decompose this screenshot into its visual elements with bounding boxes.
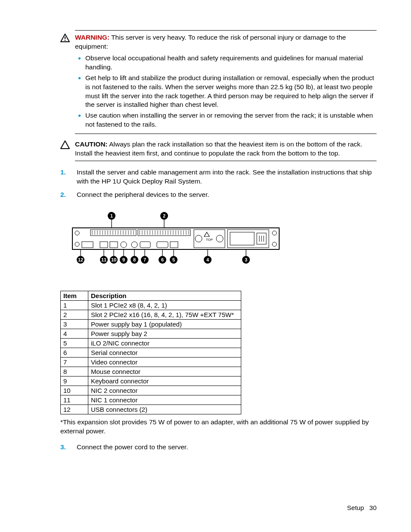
svg-text:3: 3 (245, 257, 247, 262)
caution-callout: CAUTION: Always plan the rack installati… (60, 140, 377, 161)
warning-intro: This server is very heavy. To reduce the… (75, 34, 346, 50)
page-footer: Setup 30 (347, 504, 377, 511)
warning-icon (60, 33, 75, 42)
steps-list: 1. Install the server and cable manageme… (60, 168, 377, 199)
table-header-row: Item Description (61, 291, 241, 300)
svg-text:9: 9 (122, 257, 125, 262)
diagram-callout-bottom: 3 (242, 249, 250, 264)
cell-desc: iLO 2/NIC connector (88, 338, 241, 348)
step-number: 1. (60, 168, 77, 186)
caution-text: Always plan the rack installation so tha… (75, 140, 362, 157)
cell-desc: NIC 2 connector (88, 386, 241, 395)
table-row: 4Power supply bay 2 (61, 329, 241, 338)
step-2: 2. Connect the peripheral devices to the… (60, 190, 377, 199)
cell-item: 1 (61, 300, 88, 310)
cell-desc: Video connector (88, 357, 241, 367)
svg-text:TOP: TOP (206, 238, 213, 242)
step-text: Install the server and cable management … (77, 168, 377, 186)
diagram-callout-top: 2 (160, 212, 168, 228)
svg-text:4: 4 (206, 257, 209, 262)
warning-bullet: Use caution when installing the server i… (85, 111, 377, 129)
table-row: 1Slot 1 PCIe2 x8 (8, 4, 2, 1) (61, 300, 241, 310)
server-rear-diagram: 1 2 (68, 212, 377, 268)
th-item: Item (61, 291, 88, 300)
svg-text:5: 5 (172, 257, 175, 262)
warning-list: Observe local occupational health and sa… (85, 54, 377, 129)
table-row: 2Slot 2 PCIe2 x16 (16, 8, 4, 2, 1), 75W … (61, 310, 241, 319)
cell-desc: Keyboard connector (88, 376, 241, 386)
cell-item: 12 (61, 404, 88, 414)
cell-item: 10 (61, 386, 88, 395)
cell-desc: Mouse connector (88, 367, 241, 376)
caution-body: CAUTION: Always plan the rack installati… (75, 140, 377, 158)
table-row: 12USB connectors (2) (61, 404, 241, 414)
svg-text:12: 12 (78, 257, 83, 262)
diagram-callout-top: 1 (108, 212, 115, 228)
page: WARNING: This server is very heavy. To r… (0, 0, 411, 532)
svg-text:6: 6 (161, 257, 164, 262)
step-3: 3. Connect the power cord to the server. (60, 443, 377, 452)
warning-bullet: Get help to lift and stabilize the produ… (85, 74, 377, 110)
diagram-callout-bottom: 10 (110, 249, 118, 264)
cell-desc: Slot 1 PCIe2 x8 (8, 4, 2, 1) (88, 300, 241, 310)
diagram-callout-bottom: 12 (77, 249, 84, 264)
cell-item: 11 (61, 395, 88, 404)
footer-section: Setup (347, 504, 364, 511)
diagram-callout-bottom: 7 (141, 249, 149, 264)
cell-desc: NIC 1 connector (88, 395, 241, 404)
diagram-callout-bottom: 8 (131, 249, 138, 264)
step-number: 2. (60, 190, 77, 199)
warning-callout: WARNING: This server is very heavy. To r… (60, 30, 377, 134)
rule (75, 161, 377, 161)
cell-item: 8 (61, 367, 88, 376)
table-row: 8Mouse connector (61, 367, 241, 376)
svg-text:1: 1 (110, 213, 113, 218)
svg-point-1 (65, 40, 65, 41)
caution-label: CAUTION: (75, 140, 108, 148)
cell-item: 2 (61, 310, 88, 319)
diagram-callout-bottom: 6 (159, 249, 166, 264)
diagram-callout-bottom: 9 (120, 249, 128, 264)
cell-item: 5 (61, 338, 88, 348)
cell-item: 9 (61, 376, 88, 386)
warning-label: WARNING: (75, 34, 109, 41)
table-row: 3Power supply bay 1 (populated) (61, 319, 241, 329)
warning-body: WARNING: This server is very heavy. To r… (75, 33, 377, 131)
cell-desc: Serial connector (88, 348, 241, 357)
table-row: 5iLO 2/NIC connector (61, 338, 241, 348)
step-number: 3. (60, 443, 77, 452)
table-row: 9Keyboard connector (61, 376, 241, 386)
table-body: 1Slot 1 PCIe2 x8 (8, 4, 2, 1) 2Slot 2 PC… (61, 300, 241, 414)
cell-item: 7 (61, 357, 88, 367)
svg-text:11: 11 (101, 257, 106, 262)
rule (75, 134, 377, 134)
cell-desc: USB connectors (2) (88, 404, 241, 414)
svg-text:8: 8 (133, 257, 136, 262)
warning-bullet: Observe local occupational health and sa… (85, 54, 377, 72)
footer-page: 30 (369, 504, 377, 511)
cell-desc: Slot 2 PCIe2 x16 (16, 8, 4, 2, 1), 75W +… (88, 310, 241, 319)
footnote: *This expansion slot provides 75 W of po… (60, 418, 377, 436)
step-text: Connect the peripheral devices to the se… (77, 190, 377, 199)
svg-text:2: 2 (163, 213, 165, 218)
cell-item: 6 (61, 348, 88, 357)
cell-desc: Power supply bay 2 (88, 329, 241, 338)
cell-item: 3 (61, 319, 88, 329)
svg-text:7: 7 (143, 257, 146, 262)
steps-list-continued: 3. Connect the power cord to the server. (60, 443, 377, 452)
caution-icon (60, 140, 75, 149)
table-row: 6Serial connector (61, 348, 241, 357)
diagram-callout-bottom: 5 (170, 249, 177, 264)
svg-text:10: 10 (111, 257, 116, 262)
table-row: 7Video connector (61, 357, 241, 367)
connector-table: Item Description 1Slot 1 PCIe2 x8 (8, 4,… (60, 291, 241, 414)
table-row: 10NIC 2 connector (61, 386, 241, 395)
table-row: 11NIC 1 connector (61, 395, 241, 404)
diagram-callout-bottom: 4 (204, 249, 212, 264)
step-text: Connect the power cord to the server. (77, 443, 377, 452)
th-desc: Description (88, 291, 241, 300)
rule (75, 30, 377, 31)
diagram-svg: 1 2 (68, 212, 283, 268)
cell-desc: Power supply bay 1 (populated) (88, 319, 241, 329)
diagram-callout-bottom: 11 (100, 249, 108, 264)
